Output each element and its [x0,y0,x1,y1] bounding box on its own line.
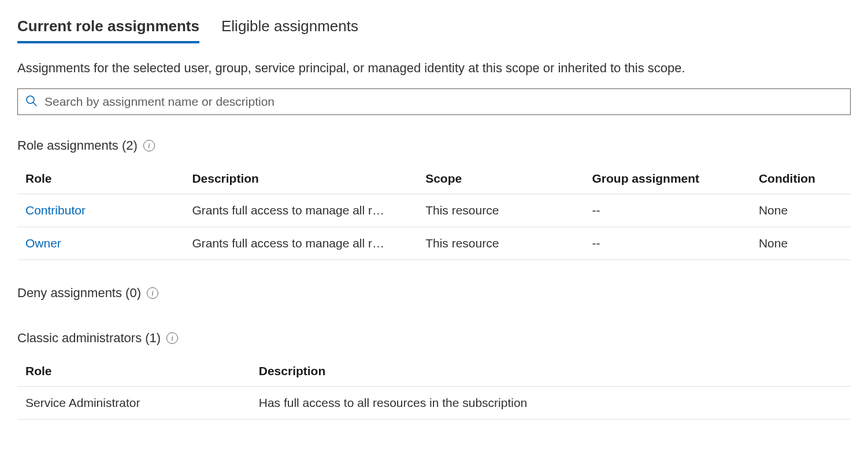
classic-admins-title: Classic administrators (1) [17,331,161,346]
tab-current-role-assignments[interactable]: Current role assignments [17,17,199,43]
search-icon [25,94,44,110]
classic-admins-table: Role Description Service Administrator H… [17,356,851,420]
role-link[interactable]: Contributor [17,194,184,227]
classic-admins-header: Classic administrators (1) i [17,331,851,346]
tab-eligible-assignments[interactable]: Eligible assignments [221,17,358,43]
cell-description: Grants full access to manage all r… [184,194,417,227]
cell-role: Service Administrator [17,387,251,420]
table-row: Contributor Grants full access to manage… [17,194,851,227]
page-description: Assignments for the selected user, group… [17,61,851,76]
deny-assignments-header: Deny assignments (0) i [17,286,851,301]
table-row: Owner Grants full access to manage all r… [17,227,851,260]
tabs-container: Current role assignments Eligible assign… [17,17,851,43]
cell-group: -- [584,194,751,227]
col-group-assignment[interactable]: Group assignment [584,164,751,194]
col-role[interactable]: Role [17,356,251,387]
cell-scope: This resource [417,194,584,227]
search-box[interactable] [17,88,851,115]
info-icon[interactable]: i [147,287,158,299]
svg-line-1 [34,102,37,106]
role-assignments-table: Role Description Scope Group assignment … [17,164,851,260]
info-icon[interactable]: i [166,332,178,344]
table-header-row: Role Description [17,356,851,387]
deny-assignments-title: Deny assignments (0) [17,286,141,301]
role-link[interactable]: Owner [17,227,184,260]
col-description[interactable]: Description [184,164,417,194]
info-icon[interactable]: i [143,140,155,151]
search-input[interactable] [44,95,843,109]
col-description[interactable]: Description [251,356,851,387]
cell-description: Has full access to all resources in the … [251,387,851,420]
col-condition[interactable]: Condition [751,164,851,194]
cell-condition: None [751,227,851,260]
table-header-row: Role Description Scope Group assignment … [17,164,851,194]
role-assignments-header: Role assignments (2) i [17,138,851,153]
cell-scope: This resource [417,227,584,260]
cell-condition: None [751,194,851,227]
cell-description: Grants full access to manage all r… [184,227,417,260]
cell-group: -- [584,227,751,260]
col-role[interactable]: Role [17,164,184,194]
role-assignments-title: Role assignments (2) [17,138,138,153]
table-row: Service Administrator Has full access to… [17,387,851,420]
col-scope[interactable]: Scope [417,164,584,194]
